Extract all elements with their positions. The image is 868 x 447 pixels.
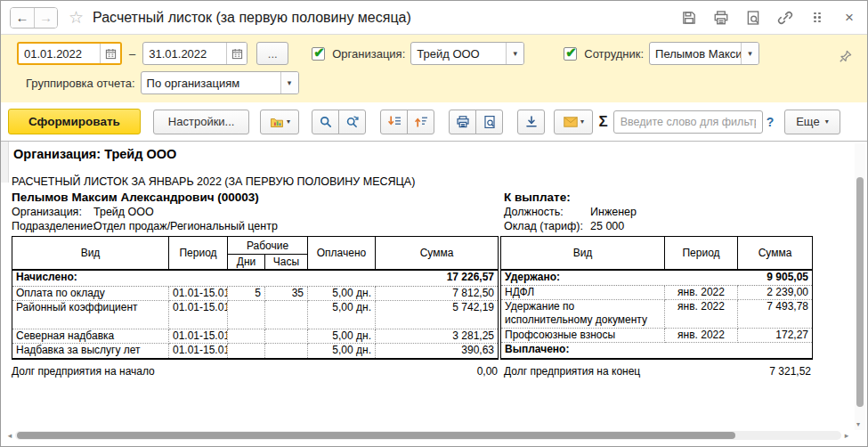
debt-start-label[interactable]: Долг предприятия на начало	[12, 365, 155, 378]
cell-days[interactable]	[228, 300, 265, 329]
salary-value[interactable]: 25 000	[590, 220, 624, 232]
cell-hours[interactable]: 35	[265, 286, 308, 300]
division-value[interactable]: Отдел продаж/Региональный центр	[93, 220, 278, 232]
expand-groups-button[interactable]	[380, 110, 408, 134]
cell-period[interactable]: янв. 2022	[665, 300, 738, 329]
cell-kind[interactable]: Оплата по окладу	[12, 286, 169, 300]
cell-period[interactable]: янв. 2022	[665, 286, 738, 300]
position-value[interactable]: Инженер	[590, 206, 637, 218]
more-menu-icon[interactable]	[808, 9, 826, 27]
print-button[interactable]	[449, 110, 476, 134]
cell-paid[interactable]: 5,00 дн.	[308, 286, 376, 300]
save-report-button[interactable]	[517, 110, 545, 134]
cell-period[interactable]: 01.01-15.01	[169, 329, 228, 343]
cell-sum[interactable]: 172,27	[738, 329, 813, 343]
cell-paid[interactable]: 5,00 дн.	[308, 329, 376, 343]
employee-checkbox[interactable]: ✔	[564, 47, 577, 61]
print-preview-button[interactable]	[475, 110, 503, 134]
back-button[interactable]: ←	[11, 8, 34, 28]
cell-period[interactable]: 01.01-15.01	[169, 300, 228, 329]
accruals-total-value[interactable]: 17 226,57	[376, 270, 499, 286]
cell-hours[interactable]	[265, 300, 308, 329]
cell-kind[interactable]: Надбавка за выслугу лет	[12, 343, 169, 359]
close-icon[interactable]: ×	[840, 9, 858, 27]
org-value[interactable]: Трейд ООО	[93, 206, 154, 218]
debt-end-label[interactable]: Долг предприятия на конец	[504, 365, 640, 378]
cell-hours[interactable]	[265, 343, 308, 359]
debt-end-value[interactable]: 7 321,52	[769, 365, 811, 378]
cell-period[interactable]: 01.01-15.01	[169, 343, 228, 359]
debt-start-value[interactable]: 0,00	[477, 365, 498, 378]
scroll-left-icon[interactable]: ◂	[4, 431, 15, 440]
cell-paid[interactable]: 5,00 дн.	[308, 343, 376, 359]
sum-selected-button[interactable]: Σ	[598, 113, 607, 131]
horizontal-scrollbar-thumb[interactable]	[17, 432, 735, 439]
favorite-star-icon[interactable]: ☆	[69, 7, 84, 28]
settings-button[interactable]: Настройки...	[153, 110, 250, 134]
cell-sum[interactable]: 3 281,25	[376, 329, 499, 343]
cell-kind[interactable]: Северная надбавка	[12, 329, 169, 343]
horizontal-scrollbar-track[interactable]	[15, 431, 841, 440]
vertical-scrollbar-thumb[interactable]	[856, 177, 864, 407]
cell-sum[interactable]: 7 812,50	[376, 286, 499, 300]
collapse-groups-button[interactable]	[407, 110, 434, 134]
search-button[interactable]	[312, 110, 339, 134]
deductions-total-value[interactable]: 9 905,05	[738, 270, 813, 286]
preview-icon[interactable]	[744, 9, 762, 27]
report-title[interactable]: РАСЧЕТНЫЙ ЛИСТОК ЗА ЯНВАРЬ 2022 (ЗА ПЕРВ…	[12, 175, 853, 188]
employee-name[interactable]: Пелымов Максим Александрович (00003)	[12, 191, 259, 204]
cell-hours[interactable]	[265, 329, 308, 343]
send-email-button[interactable]: ▾	[554, 110, 593, 134]
cell-kind[interactable]: Профсоюзные взносы	[501, 329, 665, 343]
scroll-down-icon[interactable]: ▾	[856, 420, 860, 428]
more-button[interactable]: Еще ▾	[784, 110, 840, 134]
forward-button[interactable]: →	[34, 8, 57, 28]
date-to-value[interactable]: 31.01.2022	[143, 47, 226, 61]
cell-kind[interactable]: Удержание по исполнительному документу	[501, 300, 665, 329]
cell-paid[interactable]: 5,00 дн.	[308, 300, 376, 329]
cell-days[interactable]: 5	[228, 286, 265, 300]
date-to-field[interactable]: 31.01.2022	[142, 42, 247, 65]
paid-out-label[interactable]: Выплачено:	[501, 343, 813, 359]
organization-value[interactable]: Трейд ООО	[411, 43, 506, 64]
period-options-button[interactable]: ...	[256, 42, 288, 65]
save-icon[interactable]	[680, 9, 698, 27]
cell-sum[interactable]: 2 239,00	[738, 286, 813, 300]
accruals-total-label[interactable]: Начислено:	[12, 270, 376, 286]
link-icon[interactable]	[776, 9, 794, 27]
calendar-icon[interactable]	[226, 43, 247, 64]
date-from-field[interactable]: 01.01.2022	[17, 42, 122, 65]
generate-button[interactable]: Сформировать	[8, 109, 141, 134]
grouping-select[interactable]: По организациям ▾	[141, 71, 299, 94]
cell-period[interactable]: 01.01-15.01	[169, 286, 228, 300]
organization-select[interactable]: Трейд ООО ▾	[410, 42, 524, 65]
report-org-header[interactable]: Организация: Трейд ООО	[13, 147, 853, 161]
cell-sum[interactable]: 7 493,78	[738, 300, 813, 329]
employee-select[interactable]: Пелымов Максим ▾	[649, 42, 759, 65]
cell-days[interactable]	[228, 329, 265, 343]
employee-value[interactable]: Пелымов Максим	[650, 43, 741, 64]
filter-input[interactable]	[613, 110, 763, 134]
print-icon[interactable]	[712, 9, 730, 27]
cell-sum[interactable]: 5 742,19	[376, 300, 499, 329]
chevron-down-icon[interactable]: ▾	[280, 72, 298, 93]
horizontal-scrollbar[interactable]: ◂ ▸	[4, 430, 852, 441]
organization-checkbox[interactable]: ✔	[312, 47, 325, 61]
deductions-table[interactable]: Вид Период Сумма Удержано: 9 905,05 НДФЛ…	[500, 236, 813, 360]
vertical-scrollbar[interactable]: ▾	[855, 143, 865, 430]
chevron-down-icon[interactable]: ▾	[506, 43, 523, 64]
chevron-down-icon[interactable]: ▾	[741, 43, 758, 64]
to-pay-label[interactable]: К выплате:	[504, 191, 571, 204]
scroll-right-icon[interactable]: ▸	[841, 431, 852, 440]
grouping-value[interactable]: По организациям	[142, 72, 280, 93]
cell-sum[interactable]: 390,63	[376, 343, 499, 359]
pin-icon[interactable]	[838, 49, 853, 64]
cell-kind[interactable]: НДФЛ	[501, 286, 665, 300]
help-icon[interactable]: ?	[767, 115, 775, 129]
date-from-value[interactable]: 01.01.2022	[19, 47, 100, 61]
deductions-total-label[interactable]: Удержано:	[501, 270, 738, 286]
cell-days[interactable]	[228, 343, 265, 359]
calendar-icon[interactable]	[100, 44, 120, 63]
report-variants-button[interactable]: ▾	[260, 110, 299, 134]
cell-kind[interactable]: Районный коэффициент	[12, 300, 169, 329]
